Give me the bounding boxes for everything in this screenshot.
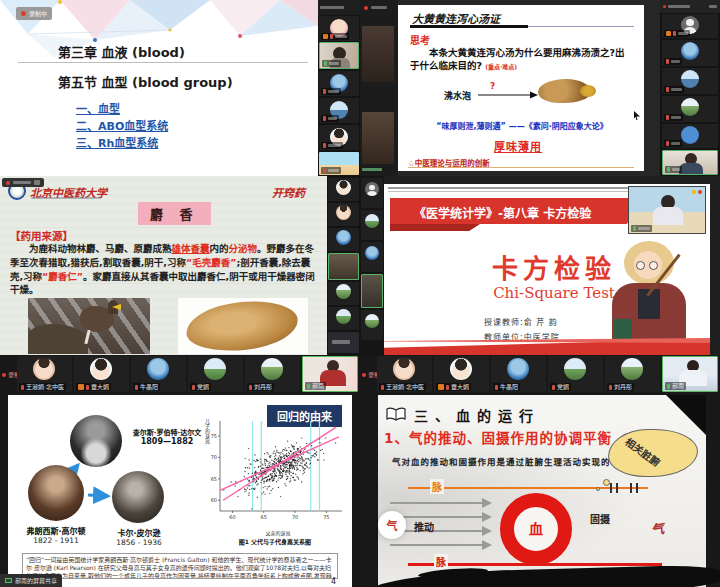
slide-area: 回归的由来 查尔斯·罗伯特·达尔文 1809—1882 弗朗西斯·高尔顿 182…: [8, 395, 352, 587]
video-tile[interactable]: [662, 14, 718, 38]
video-tile[interactable]: [662, 124, 718, 148]
svg-text:60: 60: [211, 497, 217, 503]
video-tile[interactable]: [361, 178, 383, 208]
record-dot-icon: [364, 6, 368, 10]
mic-icon: [86, 385, 89, 390]
video-tile[interactable]: [328, 307, 359, 330]
video-tile[interactable]: [328, 332, 359, 353]
participant-name-smudge: [671, 88, 682, 91]
principle-text: 厚味薄用: [494, 138, 542, 154]
video-tile[interactable]: 牛晶阳: [491, 356, 546, 392]
mic-icon: [666, 141, 669, 146]
screenshot-grid: 录制中 第三章 血液 (blood) 第五节 血型 (blood group) …: [0, 0, 720, 587]
video-tile[interactable]: [361, 310, 383, 340]
video-tile-active-speaker[interactable]: [328, 253, 359, 280]
mic-icon: [495, 385, 498, 390]
mic-icon: [381, 385, 384, 390]
mic-icon: [330, 34, 333, 39]
video-tile[interactable]: [319, 152, 359, 175]
video-tile[interactable]: [319, 71, 359, 96]
participant-name-smudge: [335, 35, 347, 38]
screen-share-icon: [5, 578, 12, 583]
svg-text:65: 65: [211, 476, 217, 482]
avatar: [564, 358, 586, 380]
avatar: [365, 214, 379, 228]
video-tile[interactable]: [361, 210, 383, 240]
link-rh-system[interactable]: 三、Rh血型系统: [76, 134, 158, 150]
video-tile[interactable]: 覃大娟: [434, 356, 489, 392]
mic-icon: [446, 385, 449, 390]
mic-icon: [633, 226, 636, 231]
slide-title: 第三章 血液 (blood): [58, 42, 185, 61]
question-tag: (重点·难点): [485, 63, 517, 70]
video-tile-active-speaker[interactable]: [662, 150, 718, 175]
tick-mark: [630, 483, 632, 493]
panel-circulation-slide: 录制中 王淑娟·北中医 覃大娟 牛晶阳 党娟 刘丹彤 郝南: [360, 355, 720, 587]
participant-name: 刘丹彤: [614, 384, 632, 390]
classic-quote: “味厚则泄,薄则通” ——《素问·阴阳应象大论》: [422, 120, 622, 131]
avatar: [336, 284, 351, 299]
svg-text:65: 65: [261, 514, 267, 520]
video-tile[interactable]: 覃大娟: [74, 356, 129, 392]
video-tile[interactable]: 刘丹彤: [245, 356, 300, 392]
video-tile[interactable]: [662, 96, 718, 122]
video-tile[interactable]: [361, 242, 383, 272]
video-tile[interactable]: [662, 68, 718, 94]
video-tile[interactable]: [328, 178, 359, 201]
herb-image: [538, 79, 590, 103]
participant-name-smudge: [328, 169, 339, 172]
video-tile-active-speaker[interactable]: 郝南: [662, 356, 718, 392]
pause-share-icon[interactable]: [34, 180, 40, 185]
video-tile[interactable]: [319, 98, 359, 123]
share-controls-pill[interactable]: [2, 178, 44, 187]
video-tile[interactable]: 牛晶阳: [131, 356, 186, 392]
participant-name: 党娟: [197, 384, 209, 390]
video-tile[interactable]: 王淑娟·北中医: [17, 356, 72, 392]
video-tile[interactable]: 王淑娟·北中医: [377, 356, 432, 392]
video-tile-active-speaker[interactable]: [319, 42, 359, 69]
musk-deer-photo: [28, 298, 150, 354]
record-dot-icon: [6, 181, 10, 185]
link-blood-type[interactable]: 一、血型: [76, 100, 120, 116]
video-tile[interactable]: [328, 203, 359, 226]
video-tile[interactable]: [362, 112, 394, 164]
svg-text:75: 75: [211, 433, 217, 439]
window-controls-smudge[interactable]: [709, 5, 717, 8]
panel-musk-slide: 北京中医药大学 开窍药 麝 香 【药用来源】 为鹿科动物林麝、马麝、原麝成熟雄体…: [0, 176, 360, 355]
page-number: 4: [331, 577, 336, 586]
raised-hand-icon: [323, 34, 328, 39]
participant-name-smudge: [672, 168, 680, 171]
video-tile[interactable]: 刘丹彤: [605, 356, 660, 392]
video-tile[interactable]: 党娟: [188, 356, 243, 392]
recording-pill[interactable]: 录制中: [16, 7, 52, 20]
panel-decoction-slide: 大黄黄连泻心汤证 思考 本条大黄黄连泻心汤为什么要用麻沸汤渍之?出于什么临床目的…: [360, 0, 720, 176]
video-tile[interactable]: [328, 282, 359, 305]
floating-video-thumbnail[interactable]: [628, 186, 706, 234]
video-tile[interactable]: 党娟: [548, 356, 603, 392]
highlight-sheren: “麝香仁”: [42, 271, 83, 282]
vessel-label-top: 脉: [430, 479, 444, 494]
video-tile[interactable]: [362, 26, 394, 82]
svg-text:60: 60: [229, 514, 235, 520]
related-organs-cloud: 相关脏腑: [608, 429, 698, 477]
slide-body: 气对血的推动和固摄作用是通过脏腑生理活动实现的: [392, 455, 611, 467]
avatar: [33, 358, 55, 380]
banner-shadow: [390, 224, 480, 231]
qi-left-label: 气: [387, 520, 398, 533]
participant-name: 王淑娟·北中医: [26, 384, 64, 390]
mic-icon: [135, 385, 138, 390]
video-tile[interactable]: [662, 40, 718, 66]
record-dot-icon: [698, 190, 702, 194]
participant-name-smudge: [328, 144, 341, 147]
avatar: [681, 126, 699, 144]
pearson-name: 卡尔·皮尔逊: [104, 527, 174, 538]
video-tile-active-speaker[interactable]: [361, 274, 383, 308]
video-tile[interactable]: [319, 16, 359, 41]
video-tile[interactable]: [319, 125, 359, 150]
video-tile[interactable]: [328, 228, 359, 251]
teacher-line: 授课教师:俞 芹 韵: [484, 316, 558, 327]
drug-category: 开窍药: [272, 184, 305, 200]
participant-name: 牛晶阳: [500, 384, 518, 390]
link-abo-system[interactable]: 二、ABO血型系统: [76, 117, 168, 133]
video-tile-active-speaker[interactable]: 郝南: [302, 356, 358, 392]
